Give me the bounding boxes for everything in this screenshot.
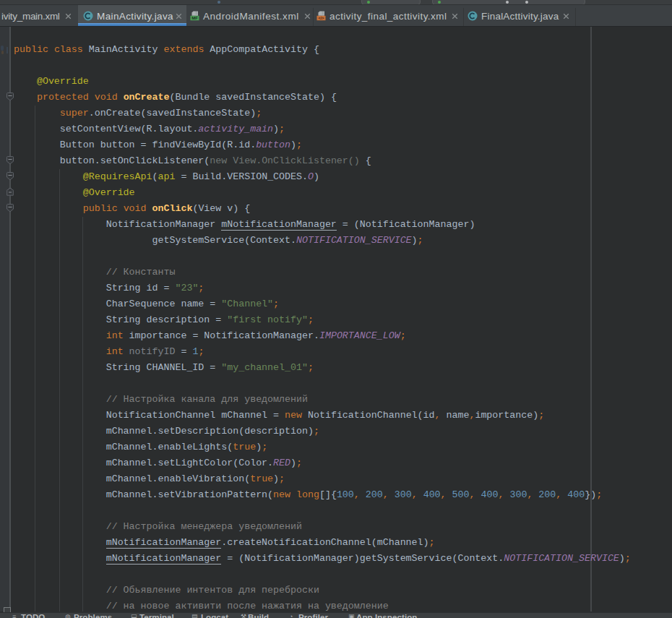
- svg-text:MF: MF: [191, 16, 198, 20]
- svg-text:</>: </>: [319, 16, 324, 20]
